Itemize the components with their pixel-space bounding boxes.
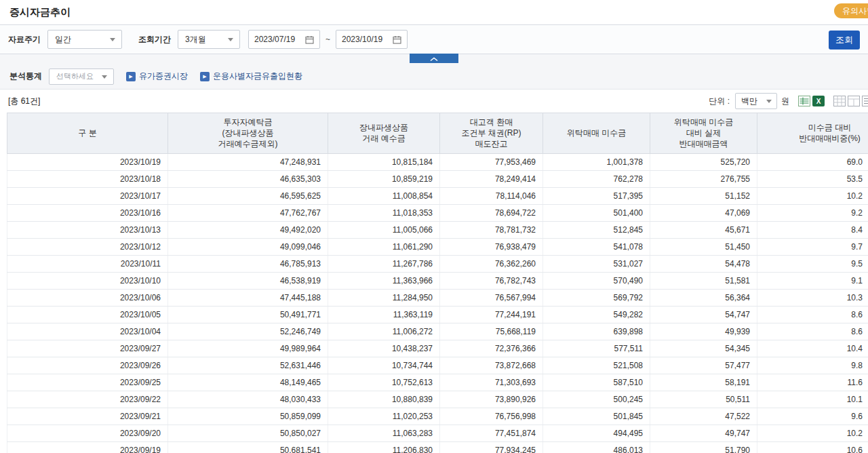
split-view-icon[interactable]	[848, 96, 860, 106]
search-button[interactable]: 조회	[829, 31, 860, 50]
date-cell: 2023/10/05	[7, 306, 168, 323]
value-cell: 73,890,926	[440, 391, 543, 408]
value-cell: 9.2	[757, 204, 868, 221]
value-cell: 11,363,966	[328, 272, 440, 289]
value-cell: 276,755	[650, 170, 757, 187]
table-row: 2023/10/1349,492,02011,005,06678,781,732…	[7, 221, 868, 238]
value-cell: 47,445,188	[168, 289, 328, 306]
link-label: 운용사별자금유출입현황	[213, 71, 302, 82]
calendar-icon[interactable]	[393, 35, 401, 44]
value-cell: 1,001,378	[543, 153, 650, 170]
value-cell: 45,671	[650, 221, 757, 238]
date-cell: 2023/09/21	[7, 408, 168, 425]
table-body: 2023/10/1947,248,93110,815,18477,953,469…	[7, 153, 868, 453]
table-row: 2023/10/1146,785,91311,267,78676,362,260…	[7, 255, 868, 272]
value-cell: 549,282	[543, 306, 650, 323]
notice-badge-button[interactable]: 유의사항	[834, 3, 868, 18]
excel-download-icon[interactable]	[798, 96, 810, 106]
value-cell: 10.2	[757, 425, 868, 441]
value-cell: 48,149,465	[168, 374, 328, 391]
value-cell: 78,114,046	[440, 187, 543, 204]
header-brokerage-receivables: 위탁매매 미수금	[543, 113, 650, 154]
value-cell: 9.1	[757, 272, 868, 289]
unit-select[interactable]: 백만	[735, 93, 777, 109]
value-cell: 10.6	[757, 441, 868, 453]
value-cell: 76,756,998	[440, 408, 543, 425]
title-bar: 증시자금추이 유의사항	[0, 0, 868, 24]
value-cell: 50,850,027	[168, 425, 328, 441]
table-row: 2023/09/2548,149,46510,752,61371,303,693…	[7, 374, 868, 391]
table-row: 2023/09/2749,989,96410,438,23772,376,366…	[7, 340, 868, 357]
value-cell: 11.6	[757, 374, 868, 391]
unit-value: 백만	[741, 96, 757, 107]
value-cell: 47,762,767	[168, 204, 328, 221]
calendar-icon[interactable]	[305, 35, 314, 44]
date-cell: 2023/10/11	[7, 255, 168, 272]
value-cell: 8.4	[757, 221, 868, 238]
value-cell: 10,880,839	[328, 391, 440, 408]
date-cell: 2023/10/19	[7, 153, 168, 170]
value-cell: 76,782,743	[440, 272, 543, 289]
market-funds-page: { "colors": { "accent_blue": "#1e5bb8", …	[0, 0, 868, 453]
page-title: 증시자금추이	[9, 6, 71, 19]
value-cell: 57,477	[650, 357, 757, 374]
value-cell: 9.7	[757, 238, 868, 255]
value-cell: 10.2	[757, 187, 868, 204]
value-cell: 11,061,290	[328, 238, 440, 255]
value-cell: 46,538,919	[168, 272, 328, 289]
value-cell: 11,008,854	[328, 187, 440, 204]
value-cell: 50,681,541	[168, 441, 328, 453]
link-stock-market[interactable]: ▶ 유가증권시장	[126, 71, 188, 82]
date-cell: 2023/09/26	[7, 357, 168, 374]
value-cell: 50,511	[650, 391, 757, 408]
date-cell: 2023/09/22	[7, 391, 168, 408]
value-cell: 69.0	[757, 153, 868, 170]
date-from-input[interactable]: 2023/07/19	[248, 30, 320, 49]
analysis-select-placeholder: 선택하세요	[56, 71, 94, 81]
value-cell: 50,859,099	[168, 408, 328, 425]
table-row: 2023/10/1846,635,30310,859,21978,249,414…	[7, 170, 868, 187]
value-cell: 51,790	[650, 441, 757, 453]
value-cell: 11,020,253	[328, 408, 440, 425]
value-cell: 501,845	[543, 408, 650, 425]
header-investor-deposits: 투자자예탁금 (장내파생상품 거래예수금제외)	[168, 113, 328, 154]
unit-suffix: 원	[781, 96, 789, 107]
value-cell: 8.6	[757, 306, 868, 323]
period-select[interactable]: 3개월	[178, 30, 240, 49]
value-cell: 72,376,366	[440, 340, 543, 357]
header-derivatives-deposits: 장내파생상품 거래 예수금	[328, 113, 440, 154]
value-cell: 50,491,771	[168, 306, 328, 323]
link-label: 유가증권시장	[139, 71, 188, 82]
grid-view-icon[interactable]	[833, 96, 846, 106]
value-cell: 76,362,260	[440, 255, 543, 272]
list-view-icon[interactable]	[862, 96, 868, 106]
value-cell: 512,845	[543, 221, 650, 238]
data-cycle-select[interactable]: 일간	[47, 30, 122, 49]
value-cell: 77,953,469	[440, 153, 543, 170]
date-to-value: 2023/10/19	[342, 35, 382, 44]
value-cell: 10.1	[757, 391, 868, 408]
date-cell: 2023/10/17	[7, 187, 168, 204]
collapse-panel-button[interactable]	[410, 54, 458, 63]
value-cell: 501,400	[543, 204, 650, 221]
value-cell: 11,206,830	[328, 441, 440, 453]
table-row: 2023/09/2652,631,44610,734,74473,872,668…	[7, 357, 868, 374]
value-cell: 10,815,184	[328, 153, 440, 170]
date-cell: 2023/09/19	[7, 441, 168, 453]
link-fund-flow-by-manager[interactable]: ▶ 운용사별자금유출입현황	[200, 71, 302, 82]
date-to-input[interactable]: 2023/10/19	[336, 30, 408, 49]
excel-download-all-icon[interactable]: X	[812, 96, 825, 106]
value-cell: 78,694,722	[440, 204, 543, 221]
value-cell: 77,451,874	[440, 425, 543, 441]
value-cell: 577,511	[543, 340, 650, 357]
value-cell: 49,747	[650, 425, 757, 441]
header-liquidation-ratio: 미수금 대비 반대매매비중(%)	[757, 113, 868, 154]
chevron-up-icon	[430, 52, 438, 64]
value-cell: 11,006,272	[328, 323, 440, 340]
value-cell: 9.6	[757, 408, 868, 425]
value-cell: 54,345	[650, 340, 757, 357]
value-cell: 762,278	[543, 170, 650, 187]
analysis-select[interactable]: 선택하세요	[49, 68, 114, 85]
value-cell: 10,438,237	[328, 340, 440, 357]
value-cell: 76,567,994	[440, 289, 543, 306]
